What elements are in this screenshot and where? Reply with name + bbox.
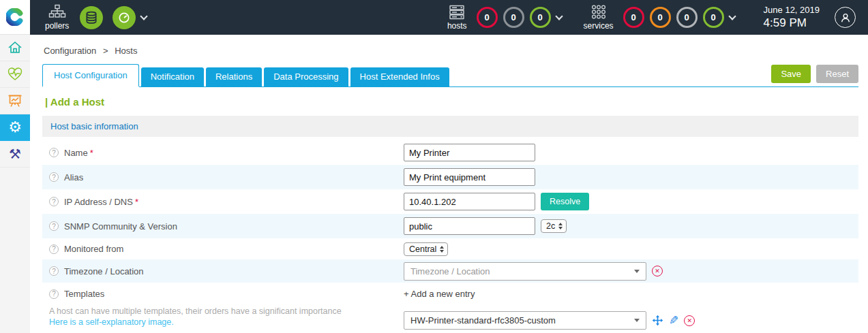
hosts-down-badge[interactable]: 0 bbox=[477, 7, 498, 28]
home-icon bbox=[7, 39, 23, 56]
name-input[interactable] bbox=[404, 144, 535, 161]
current-time: 4:59 PM bbox=[764, 16, 820, 30]
centreon-logo-icon bbox=[6, 8, 24, 26]
template-move-icon[interactable] bbox=[652, 315, 663, 326]
template-select-value: HW-Printer-standard-rfc3805-custom bbox=[410, 315, 556, 326]
template-delete-icon[interactable]: ✕ bbox=[684, 315, 695, 326]
breadcrumb-hosts[interactable]: Hosts bbox=[115, 46, 137, 56]
services-warning-badge[interactable]: 0 bbox=[650, 7, 671, 28]
sidebar-item-administration[interactable]: ⚒ bbox=[0, 141, 30, 168]
help-icon[interactable]: ? bbox=[49, 148, 59, 157]
timezone-label: Timezone / Location bbox=[64, 266, 144, 276]
tab-host-extended-infos[interactable]: Host Extended Infos bbox=[350, 67, 449, 86]
tab-relations[interactable]: Relations bbox=[206, 67, 262, 86]
hosts-status-group: hosts 0 0 0 bbox=[447, 4, 566, 31]
tools-icon: ⚒ bbox=[9, 147, 21, 161]
form-row-templates: ? Templates A host can have multiple tem… bbox=[42, 283, 858, 333]
gauge-status[interactable] bbox=[113, 6, 136, 29]
breadcrumb-configuration[interactable]: Configuration bbox=[44, 46, 96, 56]
sidebar-item-monitoring[interactable] bbox=[0, 61, 30, 88]
sidebar-item-home[interactable] bbox=[0, 35, 30, 61]
tab-strip: Host Configuration Notification Relation… bbox=[42, 64, 858, 87]
poller-details-chevron-icon[interactable] bbox=[140, 12, 148, 20]
database-status[interactable] bbox=[80, 6, 103, 29]
hosts-up-badge[interactable]: 0 bbox=[530, 7, 551, 28]
resolve-button[interactable]: Resolve bbox=[541, 193, 589, 210]
form-actions: Save Reset bbox=[771, 65, 858, 86]
hosts-details-chevron-icon[interactable] bbox=[555, 12, 563, 20]
monitored-from-label: Monitored from bbox=[64, 244, 123, 254]
help-icon[interactable]: ? bbox=[49, 172, 59, 182]
breadcrumb-separator: > bbox=[103, 46, 108, 56]
services-unknown-badge[interactable]: 0 bbox=[676, 7, 698, 28]
hosts-label: hosts bbox=[447, 21, 467, 31]
heart-pulse-icon bbox=[7, 66, 23, 82]
services-ok-badge[interactable]: 0 bbox=[703, 7, 724, 28]
current-date: June 12, 2019 bbox=[764, 5, 820, 16]
pollers-icon bbox=[48, 4, 66, 20]
services-status-group: services 0 0 0 0 bbox=[584, 4, 739, 31]
snmp-label: SNMP Community & Version bbox=[64, 221, 177, 232]
services-details-chevron-icon[interactable] bbox=[728, 12, 736, 20]
help-icon[interactable]: ? bbox=[49, 244, 59, 254]
add-template-entry-link[interactable]: + Add a new entry bbox=[404, 289, 475, 299]
chart-board-icon bbox=[7, 93, 23, 109]
timezone-select[interactable]: Timezone / Location bbox=[404, 262, 646, 281]
user-menu[interactable] bbox=[835, 7, 856, 28]
tab-host-configuration[interactable]: Host Configuration bbox=[42, 64, 139, 87]
select-spinner-icon bbox=[558, 223, 563, 229]
services-critical-badge[interactable]: 0 bbox=[623, 7, 644, 28]
hosts-icon bbox=[448, 4, 466, 20]
breadcrumb: Configuration > Hosts bbox=[42, 35, 858, 64]
dropdown-arrow-icon bbox=[634, 270, 640, 273]
tab-notification[interactable]: Notification bbox=[141, 67, 204, 86]
snmp-community-input[interactable] bbox=[404, 217, 535, 235]
name-label: Name* bbox=[64, 148, 93, 158]
pollers-menu[interactable]: pollers bbox=[45, 4, 69, 31]
hosts-menu[interactable]: hosts bbox=[447, 4, 467, 31]
form-row-name: ? Name* bbox=[42, 140, 858, 165]
gear-icon: ⚙ bbox=[8, 120, 22, 135]
sidebar-item-reporting[interactable] bbox=[0, 88, 30, 114]
alias-label: Alias bbox=[64, 172, 83, 183]
hosts-unreachable-badge[interactable]: 0 bbox=[503, 7, 524, 28]
top-bar: pollers hosts 0 0 0 bbox=[30, 0, 868, 35]
templates-label: Templates bbox=[64, 289, 104, 299]
help-icon[interactable]: ? bbox=[49, 266, 59, 276]
section-host-basic-information: Host basic information bbox=[42, 116, 858, 137]
help-icon[interactable]: ? bbox=[49, 221, 59, 231]
tab-data-processing[interactable]: Data Processing bbox=[264, 67, 348, 86]
template-edit-icon[interactable]: ✎ bbox=[669, 313, 678, 328]
gauge-icon bbox=[117, 11, 131, 25]
monitored-from-select[interactable]: Central bbox=[404, 242, 448, 256]
form-row-monitored-from: ? Monitored from Central bbox=[42, 238, 858, 259]
database-icon bbox=[85, 11, 98, 25]
services-menu[interactable]: services bbox=[584, 4, 614, 31]
pollers-label: pollers bbox=[45, 21, 69, 31]
user-icon bbox=[839, 11, 852, 25]
main-content: Configuration > Hosts Host Configuration… bbox=[30, 35, 868, 333]
services-label: services bbox=[584, 21, 614, 31]
save-button[interactable]: Save bbox=[771, 65, 811, 83]
snmp-version-select[interactable]: 2c bbox=[541, 219, 567, 233]
alias-input[interactable] bbox=[404, 168, 535, 186]
sidebar-item-configuration[interactable]: ⚙ bbox=[0, 114, 30, 141]
form-row-ip: ? IP Address / DNS* Resolve bbox=[42, 189, 858, 214]
help-icon[interactable]: ? bbox=[49, 197, 59, 206]
select-spinner-icon bbox=[440, 246, 444, 253]
timezone-placeholder: Timezone / Location bbox=[410, 266, 490, 276]
form-row-snmp: ? SNMP Community & Version 2c bbox=[42, 214, 858, 238]
page-title: | Add a Host bbox=[42, 87, 858, 116]
ip-label: IP Address / DNS* bbox=[64, 197, 138, 207]
help-icon[interactable]: ? bbox=[49, 289, 59, 299]
ip-input[interactable] bbox=[404, 193, 535, 210]
form-row-timezone: ? Timezone / Location Timezone / Locatio… bbox=[42, 259, 858, 283]
template-select[interactable]: HW-Printer-standard-rfc3805-custom bbox=[404, 311, 646, 330]
templates-help-link[interactable]: Here is a self-explanatory image. bbox=[49, 317, 404, 327]
reset-button[interactable]: Reset bbox=[816, 65, 858, 83]
timezone-clear-icon[interactable]: ✕ bbox=[652, 266, 663, 276]
centreon-logo[interactable] bbox=[0, 0, 30, 35]
clock: June 12, 2019 4:59 PM bbox=[764, 5, 820, 31]
services-icon bbox=[590, 4, 608, 20]
form-row-alias: ? Alias bbox=[42, 165, 858, 189]
